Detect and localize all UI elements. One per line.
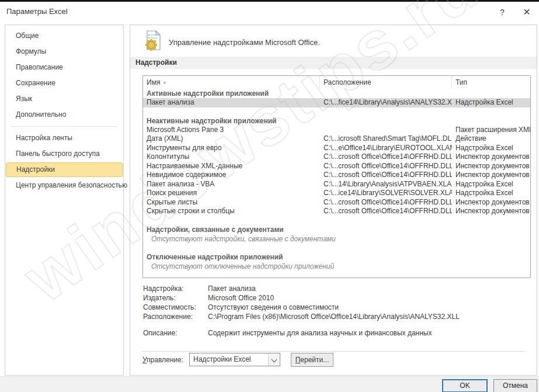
column-header-name[interactable]: Имя▲ — [143, 76, 320, 89]
addins-table-body: Активные надстройки приложенийПакет анал… — [143, 89, 530, 271]
addin-cell-name: Колонтитулы — [143, 152, 320, 162]
sidebar-item-entry[interactable]: Сохранение — [5, 75, 123, 91]
addin-cell-name: Дата (XML) — [143, 134, 320, 144]
addin-row[interactable]: Пакет анализаC:\...fice14\Library\Analys… — [143, 98, 530, 107]
addin-row[interactable]: Скрытые строки и столбцыC:\...crosoft Of… — [143, 207, 530, 216]
addin-cell-type: Инспектор документов — [452, 198, 530, 207]
detail-label: Издатель: — [143, 293, 208, 303]
detail-row: Описание:Содержит инструменты для анализ… — [143, 328, 531, 338]
addin-cell-location — [320, 126, 452, 135]
detail-row: Совместимость:Отсутствуют сведения о сов… — [143, 303, 531, 312]
addin-details: Надстройка:Пакет анализаИздатель:Microso… — [143, 284, 531, 338]
addin-cell-location: C:\...14\Library\Analysis\ATPVBAEN.XLAM — [320, 180, 452, 189]
addin-group-header: Неактивные надстройки приложений — [143, 116, 530, 126]
detail-label: Расположение: — [143, 312, 208, 321]
sidebar-item-entry[interactable]: Центр управления безопасностью — [5, 178, 123, 193]
addin-cell-type: Инспектор документов — [452, 171, 530, 180]
addin-row[interactable]: Пакет анализа - VBAC:\...14\Library\Anal… — [143, 180, 530, 189]
addin-row[interactable]: Скрытые листыC:\...crosoft Office\Office… — [143, 198, 530, 207]
addin-document-gear-icon — [143, 30, 164, 51]
addin-cell-name: Пакет анализа — [143, 98, 320, 107]
addin-cell-location: C:\...ice14\Library\SOLVER\SOLVER.XLAM — [320, 189, 452, 198]
addin-row[interactable]: Настраиваемые XML-данныеC:\...crosoft Of… — [143, 162, 530, 171]
detail-row: Издатель:Microsoft Office 2010 — [143, 293, 531, 303]
addin-cell-name: Скрытые листы — [143, 198, 320, 207]
addin-cell-name: Пакет анализа - VBA — [143, 180, 320, 189]
manage-dropdown-value: Надстройки Excel — [190, 353, 268, 366]
addin-cell-type: Действие — [452, 134, 530, 144]
addin-group-header: Надстройки, связанные с документами — [143, 225, 530, 234]
manage-divider — [142, 351, 524, 352]
addin-cell-type: Инспектор документов — [452, 207, 530, 216]
dialog-title: Параметры Excel — [6, 7, 68, 16]
addin-cell-type: Надстройка Excel — [452, 98, 530, 107]
addin-cell-location: C:\...crosoft Office\Office14\OFFRHD.DLL — [320, 162, 452, 171]
detail-value: Пакет анализа — [208, 284, 531, 293]
addin-cell-name: Невидимое содержимое — [143, 171, 320, 180]
addin-row[interactable]: КолонтитулыC:\...crosoft Office\Office14… — [143, 152, 530, 162]
sidebar-item-entry[interactable]: Настройка ленты — [5, 130, 123, 146]
empty-note: Отсутствуют отключенные надстройки прило… — [143, 262, 530, 271]
sidebar-divider — [11, 126, 117, 127]
addin-cell-name: Настраиваемые XML-данные — [143, 162, 320, 171]
addin-row[interactable]: Microsoft Actions Pane 3Пакет расширения… — [143, 126, 530, 135]
detail-value: Содержит инструменты для анализа научных… — [208, 328, 531, 338]
addin-row[interactable]: Невидимое содержимоеC:\...crosoft Office… — [143, 171, 530, 180]
addin-row[interactable]: Дата (XML)C:\...icrosoft Shared\Smart Ta… — [143, 134, 530, 144]
sidebar-item-entry[interactable]: Язык — [5, 91, 123, 107]
sort-asc-icon: ▲ — [162, 80, 166, 84]
addin-row[interactable]: Поиск решенияC:\...ice14\Library\SOLVER\… — [143, 189, 530, 198]
addins-panel: Управление надстройками Microsoft Office… — [130, 25, 537, 376]
addin-cell-name: Скрытые строки и столбцы — [143, 207, 320, 216]
detail-row: Надстройка:Пакет анализа — [143, 284, 531, 293]
sidebar-item-entry[interactable]: Панель быстрого доступа — [5, 146, 123, 162]
help-icon[interactable]: ? — [493, 5, 511, 19]
addin-cell-location: C:\...crosoft Office\Office14\OFFRHD.DLL — [320, 207, 452, 216]
manage-label: Управление: — [142, 356, 183, 364]
addins-table-header: Имя▲ Расположение Тип — [143, 76, 530, 89]
addin-cell-type: Инспектор документов — [452, 152, 530, 162]
addin-cell-type: Пакет расширения XML — [452, 126, 530, 135]
section-header: Надстройки — [130, 57, 537, 69]
addin-cell-name: Инструменты для евро — [143, 144, 320, 153]
addin-cell-location: C:\...crosoft Office\Office14\OFFRHD.DLL — [320, 198, 452, 207]
detail-value: C:\Program Files (x86)\Microsoft Office\… — [208, 312, 531, 321]
addin-cell-type: Надстройка Excel — [452, 189, 530, 198]
manage-dropdown[interactable]: Надстройки Excel — [189, 353, 280, 366]
addin-cell-name: Microsoft Actions Pane 3 — [143, 126, 320, 135]
column-header-type[interactable]: Тип — [452, 76, 530, 89]
addin-cell-location: C:\...crosoft Office\Office14\OFFRHD.DLL — [320, 171, 452, 180]
column-header-location[interactable]: Расположение — [320, 76, 452, 89]
detail-label: Совместимость: — [143, 303, 208, 312]
addin-cell-name: Поиск решения — [143, 189, 320, 198]
sidebar-nav: ОбщиеФормулыПравописаниеСохранениеЯзыкДо… — [5, 25, 124, 376]
addin-cell-location: C:\...icrosoft Shared\Smart Tag\MOFL.DLL — [320, 134, 452, 144]
addin-row[interactable]: Инструменты для евроC:\...e\Office14\Lib… — [143, 144, 530, 153]
addin-cell-location: C:\...crosoft Office\Office14\OFFRHD.DLL — [320, 152, 452, 162]
empty-note: Отсутствуют надстройки, связанные с доку… — [143, 234, 530, 244]
panel-header-text: Управление надстройками Microsoft Office… — [169, 38, 320, 47]
go-button[interactable]: Перейти... — [291, 353, 333, 367]
detail-label: Надстройка: — [143, 284, 208, 293]
addin-group-header: Активные надстройки приложений — [143, 89, 530, 98]
detail-row: Расположение:C:\Program Files (x86)\Micr… — [143, 312, 531, 321]
dropdown-button[interactable] — [268, 353, 280, 366]
excel-options-dialog: Параметры Excel ? ✕ ОбщиеФормулыПравопис… — [0, 0, 539, 392]
cancel-button[interactable]: Отмена — [493, 379, 537, 392]
addin-cell-type: Надстройка Excel — [452, 144, 530, 153]
sidebar-item-selected[interactable]: Надстройки — [6, 162, 123, 177]
addin-cell-location: C:\...e\Office14\Library\EUROTOOL.XLAM — [320, 144, 452, 153]
ok-button[interactable]: OK — [442, 379, 488, 392]
sidebar-item-entry[interactable]: Дополнительно — [5, 107, 123, 123]
addin-cell-type: Надстройка Excel — [452, 180, 530, 189]
detail-label: Описание: — [143, 328, 208, 338]
sidebar-item-entry[interactable]: Формулы — [5, 44, 123, 60]
sidebar-item-entry[interactable]: Правописание — [5, 60, 123, 75]
close-icon[interactable]: ✕ — [518, 5, 535, 19]
sidebar-item-entry[interactable]: Общие — [5, 28, 123, 44]
addin-cell-location: C:\...fice14\Library\Analysis\ANALYS32.X… — [320, 98, 452, 107]
detail-value: Microsoft Office 2010 — [208, 293, 531, 303]
addins-table: Имя▲ Расположение Тип Активные надстройк… — [142, 75, 531, 278]
addin-group-header: Отключенные надстройки приложений — [143, 252, 530, 262]
titlebar: Параметры Excel ? ✕ — [0, 2, 539, 25]
